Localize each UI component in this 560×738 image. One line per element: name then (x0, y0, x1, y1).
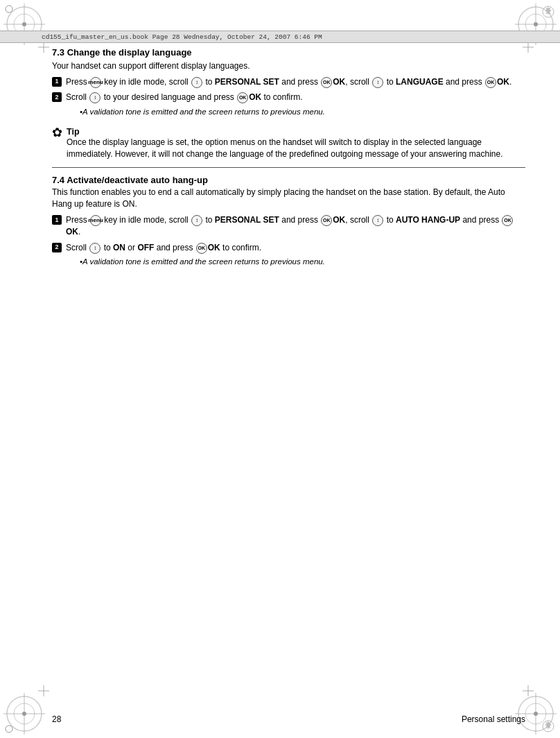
step-badge-2: 2 (52, 92, 62, 102)
scroll-icon-3: ↕ (89, 92, 100, 103)
section-7-3-title: 7.3 Change the display language (52, 47, 525, 58)
step-badge-7-4-2: 2 (52, 243, 62, 252)
ok-icon-4: OK (321, 215, 332, 226)
bullet-7-3-2-1: A validation tone is emitted and the scr… (80, 106, 525, 117)
svg-point-16 (22, 712, 26, 716)
section-7-4-steps: 1 Press menu key in idle mode, scroll ↕ … (52, 214, 525, 271)
step-7-4-1-content: Press menu key in idle mode, scroll ↕ to… (66, 214, 525, 239)
step-7-4-2-bullets: A validation tone is emitted and the scr… (80, 256, 525, 267)
scroll-icon-1: ↕ (191, 77, 202, 88)
step-badge-7-4-1: 1 (52, 215, 62, 225)
step-7-3-2-bullets: A validation tone is emitted and the scr… (80, 106, 525, 117)
step-badge-1: 1 (52, 77, 62, 87)
step-7-4-2: 2 Scroll ↕ to ON or OFF and press OKOK t… (52, 242, 525, 271)
ok-icon-6: OK (196, 243, 207, 254)
step-7-3-2-content: Scroll ↕ to your desired language and pr… (66, 92, 525, 120)
main-content: 7.3 Change the display language Your han… (52, 47, 525, 696)
scroll-icon-6: ↕ (89, 243, 100, 254)
corner-mark-bl (3, 693, 45, 735)
tip-box: ✿ Tip Once the display language is set, … (52, 126, 525, 161)
svg-point-22 (534, 712, 538, 716)
section-label: Personal settings (462, 714, 525, 724)
tip-text: Once the display language is set, the op… (67, 137, 502, 159)
step-7-4-1: 1 Press menu key in idle mode, scroll ↕ … (52, 214, 525, 239)
crosshair-bl (38, 685, 49, 696)
header-bar: cd155_ifu_master_en_us.book Page 28 Wedn… (0, 31, 560, 43)
step-7-3-1-content: Press menu key in idle mode, scroll ↕ to… (66, 76, 525, 88)
section-7-4-title: 7.4 Activate/deactivate auto hang-up (52, 175, 525, 185)
ok-icon-5: OK (502, 215, 513, 226)
header-text: cd155_ifu_master_en_us.book Page 28 Wedn… (42, 33, 322, 41)
section-divider (52, 167, 525, 168)
step-7-3-1: 1 Press menu key in idle mode, scroll ↕ … (52, 76, 525, 88)
scroll-icon-5: ↕ (372, 215, 383, 226)
menu-icon-2: menu (90, 215, 101, 226)
ok-icon-3: OK (237, 92, 248, 103)
scroll-icon-4: ↕ (191, 215, 202, 226)
page-number: 28 (52, 714, 61, 724)
menu-icon: menu (90, 77, 101, 88)
section-7-3-steps: 1 Press menu key in idle mode, scroll ↕ … (52, 76, 525, 121)
corner-mark-br (515, 693, 557, 735)
svg-point-17 (6, 726, 12, 732)
bullet-7-4-2-1: A validation tone is emitted and the scr… (80, 256, 525, 267)
svg-point-5 (6, 6, 12, 12)
ok-icon-2: OK (485, 77, 496, 88)
tip-icon: ✿ (52, 125, 62, 140)
tip-content: Tip Once the display language is set, th… (67, 126, 525, 161)
svg-point-10 (534, 22, 538, 26)
scroll-icon-2: ↕ (372, 77, 383, 88)
tip-title: Tip (67, 127, 80, 137)
footer: 28 Personal settings (52, 714, 525, 724)
step-7-3-2: 2 Scroll ↕ to your desired language and … (52, 92, 525, 120)
step-7-4-2-content: Scroll ↕ to ON or OFF and press OKOK to … (66, 242, 525, 271)
section-7-3-intro: Your handset can support different displ… (52, 60, 525, 72)
section-7-4-intro: This function enables you to end a call … (52, 187, 525, 210)
svg-point-4 (22, 22, 26, 26)
crosshair-tl (38, 42, 49, 53)
ok-icon-1: OK (321, 77, 332, 88)
